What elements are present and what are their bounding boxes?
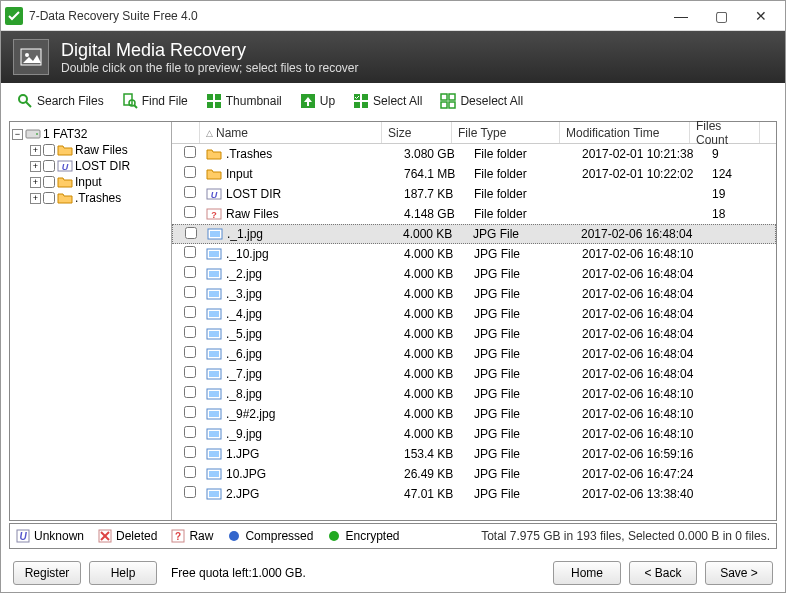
jpg-icon [206,267,222,281]
svg-rect-15 [362,102,368,108]
row-checkbox[interactable] [184,346,196,358]
table-row[interactable]: 10.JPG26.49 KBJPG File2017-02-06 16:47:2… [172,464,776,484]
table-row[interactable]: Input764.1 MBFile folder2017-02-01 10:22… [172,164,776,184]
file-size: 764.1 MB [398,167,468,181]
table-row[interactable]: ._1.jpg4.000 KBJPG File2017-02-06 16:48:… [172,224,776,244]
tree-item-label: Raw Files [75,143,128,157]
col-count[interactable]: Files Count [690,122,760,143]
maximize-button[interactable]: ▢ [701,2,741,30]
table-row[interactable]: ._4.jpg4.000 KBJPG File2017-02-06 16:48:… [172,304,776,324]
file-modtime: 2017-02-06 16:59:16 [576,447,706,461]
header: Digital Media Recovery Double click on t… [1,31,785,83]
svg-rect-33 [209,271,219,277]
row-checkbox[interactable] [184,466,196,478]
file-name: Input [226,167,253,181]
file-type: JPG File [468,387,576,401]
file-name: ._3.jpg [226,287,262,301]
file-modtime: 2017-02-01 10:22:02 [576,167,706,181]
tree-checkbox[interactable] [43,160,55,172]
table-row[interactable]: ._6.jpg4.000 KBJPG File2017-02-06 16:48:… [172,344,776,364]
row-checkbox[interactable] [184,186,196,198]
expand-icon[interactable]: + [30,145,41,156]
minimize-button[interactable]: — [661,2,701,30]
file-name: Raw Files [226,207,279,221]
table-row[interactable]: ._5.jpg4.000 KBJPG File2017-02-06 16:48:… [172,324,776,344]
save-button[interactable]: Save > [705,561,773,585]
tree-item[interactable]: +.Trashes [12,190,169,206]
home-button[interactable]: Home [553,561,621,585]
compressed-icon [227,529,241,543]
row-checkbox[interactable] [184,366,196,378]
row-checkbox[interactable] [184,286,196,298]
tree-checkbox[interactable] [43,176,55,188]
table-row[interactable]: ?Raw Files4.148 GBFile folder18 [172,204,776,224]
expand-icon[interactable]: + [30,193,41,204]
jpg-icon [206,327,222,341]
row-checkbox[interactable] [184,266,196,278]
table-row[interactable]: ._7.jpg4.000 KBJPG File2017-02-06 16:48:… [172,364,776,384]
thumbnail-label: Thumbnail [226,94,282,108]
row-checkbox[interactable] [184,206,196,218]
table-row[interactable]: ._2.jpg4.000 KBJPG File2017-02-06 16:48:… [172,264,776,284]
table-row[interactable]: 1.JPG153.4 KBJPG File2017-02-06 16:59:16 [172,444,776,464]
col-name[interactable]: △Name [200,122,382,143]
search-files-button[interactable]: Search Files [9,89,112,113]
row-checkbox[interactable] [184,306,196,318]
tree-item[interactable]: +Input [12,174,169,190]
table-row[interactable]: .Trashes3.080 GBFile folder2017-02-01 10… [172,144,776,164]
file-modtime: 2017-02-06 16:48:04 [576,287,706,301]
close-button[interactable]: ✕ [741,2,781,30]
select-all-button[interactable]: Select All [345,89,430,113]
back-button[interactable]: < Back [629,561,697,585]
find-file-button[interactable]: Find File [114,89,196,113]
file-count: 18 [706,207,776,221]
up-button[interactable]: Up [292,89,343,113]
row-checkbox[interactable] [184,386,196,398]
jpg-icon [206,487,222,501]
collapse-icon[interactable]: − [12,129,23,140]
help-button[interactable]: Help [89,561,157,585]
list-body[interactable]: .Trashes3.080 GBFile folder2017-02-01 10… [172,144,776,520]
bottom-bar: Register Help Free quota left:1.000 GB. … [1,551,785,593]
row-checkbox[interactable] [185,227,197,239]
thumbnail-button[interactable]: Thumbnail [198,89,290,113]
expand-icon[interactable]: + [30,177,41,188]
row-checkbox[interactable] [184,426,196,438]
tree-checkbox[interactable] [43,144,55,156]
svg-point-63 [229,531,239,541]
expand-icon[interactable]: + [30,161,41,172]
row-checkbox[interactable] [184,146,196,158]
row-checkbox[interactable] [184,406,196,418]
table-row[interactable]: ._8.jpg4.000 KBJPG File2017-02-06 16:48:… [172,384,776,404]
file-type: File folder [468,187,576,201]
col-type[interactable]: File Type [452,122,560,143]
svg-rect-37 [209,311,219,317]
table-row[interactable]: ._10.jpg4.000 KBJPG File2017-02-06 16:48… [172,244,776,264]
file-type: JPG File [468,247,576,261]
deselect-all-button[interactable]: Deselect All [432,89,531,113]
row-checkbox[interactable] [184,486,196,498]
table-row[interactable]: ._9#2.jpg4.000 KBJPG File2017-02-06 16:4… [172,404,776,424]
file-modtime: 2017-02-01 10:21:38 [576,147,706,161]
tree-checkbox[interactable] [43,192,55,204]
table-row[interactable]: ._9.jpg4.000 KBJPG File2017-02-06 16:48:… [172,424,776,444]
folder-tree[interactable]: − 1 FAT32 +Raw Files+ULOST DIR+Input+.Tr… [10,122,172,520]
tree-root[interactable]: − 1 FAT32 [12,126,169,142]
col-modification[interactable]: Modification Time [560,122,690,143]
table-row[interactable]: ._3.jpg4.000 KBJPG File2017-02-06 16:48:… [172,284,776,304]
col-checkbox[interactable] [172,122,200,143]
table-row[interactable]: 2.JPG47.01 KBJPG File2017-02-06 13:38:40 [172,484,776,504]
col-size[interactable]: Size [382,122,452,143]
file-size: 4.000 KB [398,307,468,321]
row-checkbox[interactable] [184,446,196,458]
svg-rect-41 [209,351,219,357]
file-type: JPG File [468,347,576,361]
row-checkbox[interactable] [184,166,196,178]
table-row[interactable]: ULOST DIR187.7 KBFile folder19 [172,184,776,204]
tree-item[interactable]: +ULOST DIR [12,158,169,174]
tree-item[interactable]: +Raw Files [12,142,169,158]
register-button[interactable]: Register [13,561,81,585]
row-checkbox[interactable] [184,246,196,258]
svg-rect-53 [209,471,219,477]
row-checkbox[interactable] [184,326,196,338]
